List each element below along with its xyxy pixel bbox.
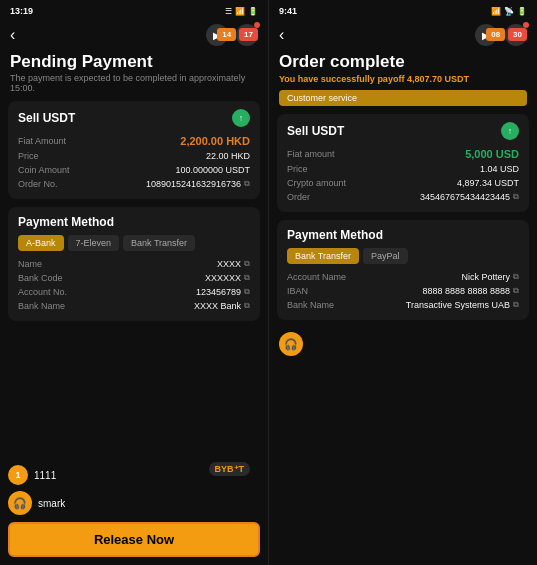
green-dot-left: ↑ [232, 109, 250, 127]
row-bankcode-left: Bank Code XXXXXX ⧉ [18, 271, 250, 285]
copy-name-left[interactable]: ⧉ [244, 259, 250, 269]
page-subtitle-left: The payment is expected to be completed … [0, 73, 268, 97]
row-account-name-right: Account Name Nick Pottery ⧉ [287, 270, 519, 284]
right-panel: 9:41 📶 📡 🔋 ‹ ▶ 💬 08 30 Order complete Yo… [269, 0, 537, 565]
row-fiat-left: Fiat Amount 2,200.00 HKD [18, 133, 250, 149]
copy-icon-order-left[interactable]: ⧉ [244, 179, 250, 189]
payment-method-left: Payment Method A-Bank 7-Eleven Bank Tran… [8, 207, 260, 321]
tab-7eleven[interactable]: 7-Eleven [68, 235, 120, 251]
status-bar-right: 9:41 📶 📡 🔋 [269, 0, 537, 20]
payment-title-right: Payment Method [287, 228, 519, 242]
badge-17: 17 [239, 28, 258, 41]
row-price-right: Price 1.04 USD [287, 162, 519, 176]
headset-button-left[interactable]: 🎧 [8, 491, 32, 515]
row-crypto-right: Crypto amount 4,897.34 USDT [287, 176, 519, 190]
label-name-left: Name [18, 259, 42, 269]
label-fiat-right: Fiat amount [287, 149, 335, 159]
row-order-right: Order 34546767543442344​5 ⧉ [287, 190, 519, 204]
copy-icon-order-right[interactable]: ⧉ [513, 192, 519, 202]
customer-service-button[interactable]: Customer service [279, 90, 527, 106]
label-coin-left: Coin Amount [18, 165, 70, 175]
copy-iban-right[interactable]: ⧉ [513, 286, 519, 296]
value-name-left: XXXX ⧉ [217, 259, 250, 269]
left-panel: 13:19 ☰ 📶 🔋 ‹ ▶ 💬 14 17 Pending Payment … [0, 0, 269, 565]
label-account-name-right: Account Name [287, 272, 346, 282]
label-bankname-left: Bank Name [18, 301, 65, 311]
badges-right: 08 30 [486, 28, 527, 41]
badge-14: 14 [217, 28, 236, 41]
status-icons-left: ☰ 📶 🔋 [225, 7, 258, 16]
right-bottom: 🎧 [269, 324, 537, 364]
tab-bank-transfer-right[interactable]: Bank Transfer [287, 248, 359, 264]
success-text-right: You have successfully payoff 4,807.70 US… [269, 73, 537, 88]
green-dot-right: ↑ [501, 122, 519, 140]
sell-section-right: Sell USDT ↑ Fiat amount 5,000 USD Price … [277, 114, 529, 212]
headset-button-right[interactable]: 🎧 [279, 332, 303, 356]
copy-bankcode-left[interactable]: ⧉ [244, 273, 250, 283]
copy-account-left[interactable]: ⧉ [244, 287, 250, 297]
sell-title-right: Sell USDT [287, 124, 344, 138]
page-title-right: Order complete [269, 50, 537, 73]
label-account-left: Account No. [18, 287, 67, 297]
row-bank-name-right: Bank Name Transactive Systems UAB ⧉ [287, 298, 519, 312]
value-bank-name-right: Transactive Systems UAB ⧉ [406, 300, 519, 310]
badge-08: 08 [486, 28, 505, 41]
row-name-left: Name XXXX ⧉ [18, 257, 250, 271]
value-order-right: 34546767543442344​5 ⧉ [420, 192, 519, 202]
label-bank-name-right: Bank Name [287, 300, 334, 310]
tab-paypal[interactable]: PayPal [363, 248, 408, 264]
row-price-left: Price 22.00 HKD [18, 149, 250, 163]
row-bankname-left: Bank Name XXXX Bank ⧉ [18, 299, 250, 313]
payment-title-left: Payment Method [18, 215, 250, 229]
label-iban-right: IBAN [287, 286, 308, 296]
tab-abank[interactable]: A-Bank [18, 235, 64, 251]
time-right: 9:41 [279, 6, 297, 16]
back-button-right[interactable]: ‹ [279, 26, 284, 44]
copy-account-name-right[interactable]: ⧉ [513, 272, 519, 282]
tab-bank-transfer-left[interactable]: Bank Transfer [123, 235, 195, 251]
value-account-name-right: Nick Pottery ⧉ [461, 272, 519, 282]
label-order-right: Order [287, 192, 310, 202]
row-account-left: Account No. 123456789 ⧉ [18, 285, 250, 299]
value-account-left: 123456789 ⧉ [196, 287, 250, 297]
user-number-left: 1111 [34, 470, 56, 481]
label-price-right: Price [287, 164, 308, 174]
sell-header-left: Sell USDT ↑ [18, 109, 250, 127]
time-left: 13:19 [10, 6, 33, 16]
sell-header-right: Sell USDT ↑ [287, 122, 519, 140]
row-order-left: Order No. 108901524163291673​6 ⧉ [18, 177, 250, 191]
value-iban-right: 8888 8888 8888 8888 ⧉ [422, 286, 519, 296]
tabs-left: A-Bank 7-Eleven Bank Transfer [18, 235, 250, 251]
badges-left: 14 17 [217, 28, 258, 41]
badge-30: 30 [508, 28, 527, 41]
payment-method-right: Payment Method Bank Transfer PayPal Acco… [277, 220, 529, 320]
copy-bankname-left[interactable]: ⧉ [244, 301, 250, 311]
release-now-button[interactable]: Release Now [8, 522, 260, 557]
row-iban-right: IBAN 8888 8888 8888 8888 ⧉ [287, 284, 519, 298]
tabs-right: Bank Transfer PayPal [287, 248, 519, 264]
value-fiat-right: 5,000 USD [465, 148, 519, 160]
headset-row-left: 🎧 smark [8, 488, 65, 518]
back-button-left[interactable]: ‹ [10, 26, 15, 44]
value-order-left: 108901524163291673​6 ⧉ [146, 179, 250, 189]
label-bankcode-left: Bank Code [18, 273, 63, 283]
value-price-right: 1.04 USD [480, 164, 519, 174]
user-row-left: 1 1111 [8, 462, 65, 488]
user-area-left: 1 1111 🎧 smark [8, 462, 65, 518]
status-bar-left: 13:19 ☰ 📶 🔋 [0, 0, 268, 20]
user-avatar-left: 1 [8, 465, 28, 485]
label-crypto-right: Crypto amount [287, 178, 346, 188]
label-price-left: Price [18, 151, 39, 161]
copy-bank-name-right[interactable]: ⧉ [513, 300, 519, 310]
label-order-left: Order No. [18, 179, 58, 189]
value-fiat-left: 2,200.00 HKD [180, 135, 250, 147]
bottom-area-left: 1 1111 🎧 smark BYB⁺T Release Now [0, 325, 268, 565]
page-title-left: Pending Payment [0, 50, 268, 73]
value-coin-left: 100.000000 USDT [175, 165, 250, 175]
sell-section-left: Sell USDT ↑ Fiat Amount 2,200.00 HKD Pri… [8, 101, 260, 199]
value-bankcode-left: XXXXXX ⧉ [205, 273, 250, 283]
label-fiat-left: Fiat Amount [18, 136, 66, 146]
value-crypto-right: 4,897.34 USDT [457, 178, 519, 188]
status-icons-right: 📶 📡 🔋 [491, 7, 527, 16]
row-coin-left: Coin Amount 100.000000 USDT [18, 163, 250, 177]
